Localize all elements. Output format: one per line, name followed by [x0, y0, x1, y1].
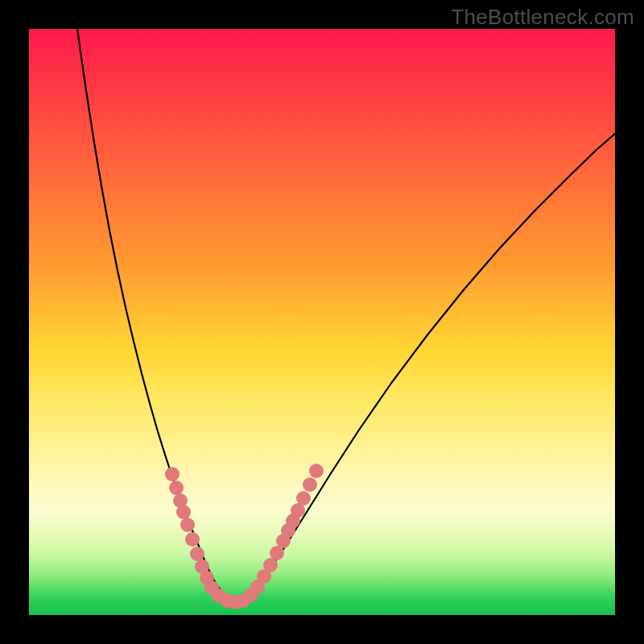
- curve-dot: [180, 518, 195, 532]
- curve-dot: [185, 532, 200, 547]
- watermark-text: TheBottleneck.com: [451, 5, 634, 30]
- curve-dots-group: [165, 464, 324, 609]
- chart-plot-area: [29, 29, 615, 615]
- curve-dot: [165, 467, 180, 481]
- curve-dot: [176, 505, 191, 519]
- curve-dot: [169, 481, 184, 495]
- curve-dot: [190, 547, 204, 561]
- chart-frame: TheBottleneck.com: [0, 0, 644, 644]
- curve-dot: [303, 477, 317, 492]
- chart-svg: [29, 29, 615, 615]
- curve-dot: [309, 464, 324, 478]
- bottleneck-curve: [77, 29, 615, 601]
- curve-dot: [296, 491, 311, 506]
